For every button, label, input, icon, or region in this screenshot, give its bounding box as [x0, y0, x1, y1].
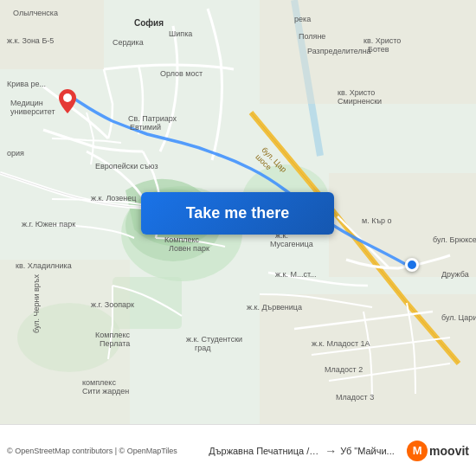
svg-text:Младост 3: Младост 3 — [336, 393, 374, 402]
svg-text:ж.к. Лозенец: ж.к. Лозенец — [91, 194, 136, 203]
svg-text:Дружба: Дружба — [441, 270, 469, 279]
svg-text:река: река — [294, 15, 311, 23]
svg-text:ория: ория — [7, 149, 24, 158]
svg-text:Перлата: Перлата — [100, 339, 130, 348]
svg-text:кв. Христо: кв. Христо — [363, 36, 401, 45]
svg-text:бул. Цариг...: бул. Цариг... — [441, 313, 476, 322]
svg-text:град: град — [195, 344, 211, 352]
svg-text:бул. Брюксел: бул. Брюксел — [433, 235, 476, 244]
origin-marker — [59, 89, 76, 106]
svg-text:Сити жарден: Сити жарден — [82, 387, 129, 396]
svg-text:университет: университет — [10, 107, 55, 116]
svg-text:Олылченска: Олылченска — [13, 9, 58, 17]
svg-text:Св. Патриарх: Св. Патриарх — [128, 114, 177, 123]
svg-text:Младост 2: Младост 2 — [325, 365, 363, 374]
svg-text:Сердика: Сердика — [113, 38, 144, 47]
svg-text:комплекс: комплекс — [82, 378, 116, 387]
take-me-there-button[interactable]: Take me there — [141, 192, 334, 235]
svg-text:м. Кър о: м. Кър о — [362, 216, 392, 225]
svg-text:Разпределителна: Разпределителна — [307, 47, 371, 55]
svg-text:Крива ре...: Крива ре... — [7, 80, 46, 88]
svg-text:кв. Хладилника: кв. Хладилника — [16, 261, 72, 270]
svg-text:Комплекс: Комплекс — [164, 235, 200, 244]
svg-text:кв. Христо: кв. Христо — [338, 88, 375, 97]
map-attribution: © OpenStreetMap contributors | © OpenMap… — [7, 447, 203, 455]
brand-logo: m moovit — [400, 441, 469, 461]
svg-text:Смирненски: Смирненски — [338, 97, 382, 106]
svg-text:Орлов мост: Орлов мост — [160, 69, 203, 78]
svg-text:ж.к. М...ст...: ж.к. М...ст... — [275, 270, 317, 279]
route-from-label: Държавна Печатница / State Print... — [209, 446, 321, 456]
attribution-text: © OpenStreetMap contributors | © OpenMap… — [7, 447, 177, 455]
footer-bar: © OpenStreetMap contributors | © OpenMap… — [0, 424, 476, 476]
destination-marker — [405, 258, 419, 272]
svg-text:ж.г. Зоопарк: ж.г. Зоопарк — [91, 300, 134, 309]
svg-text:Медицин: Медицин — [10, 99, 43, 107]
route-info: Държавна Печатница / State Print... → Уб… — [203, 444, 400, 458]
svg-text:ж.к. Дървеница: ж.к. Дървеница — [247, 303, 302, 312]
svg-text:София: София — [134, 18, 164, 28]
moovit-text: moovit — [429, 444, 469, 458]
svg-text:ж.г. Южен парк: ж.г. Южен парк — [22, 220, 75, 228]
svg-text:Шипка: Шипка — [169, 29, 192, 38]
svg-text:бул. Черни връх: бул. Черни връх — [32, 274, 41, 333]
moovit-initial: m — [413, 444, 422, 457]
route-to-label: Уб "Майчи... — [340, 446, 395, 456]
svg-point-57 — [63, 93, 72, 102]
moovit-logo: m moovit — [407, 441, 469, 461]
moovit-icon: m — [407, 441, 428, 461]
route-arrow-icon: → — [325, 444, 337, 458]
svg-text:Евтимий: Евтимий — [130, 123, 161, 132]
svg-text:Ловен парк: Ловен парк — [169, 244, 209, 253]
svg-text:Комплекс: Комплекс — [95, 331, 131, 339]
svg-text:Мусагеница: Мусагеница — [270, 240, 313, 248]
svg-text:Поляне: Поляне — [299, 32, 325, 41]
map-container: София Медицин университет Сердика Св. Па… — [0, 0, 476, 424]
svg-text:ж.к. Младост 1А: ж.к. Младост 1А — [312, 339, 370, 348]
svg-text:ж.к. Зона Б-5: ж.к. Зона Б-5 — [7, 36, 54, 45]
svg-text:ж.к. Студентски: ж.к. Студентски — [186, 335, 242, 344]
svg-text:Европейски съюз: Европейски съюз — [95, 162, 158, 170]
svg-text:Ботев: Ботев — [368, 45, 389, 54]
